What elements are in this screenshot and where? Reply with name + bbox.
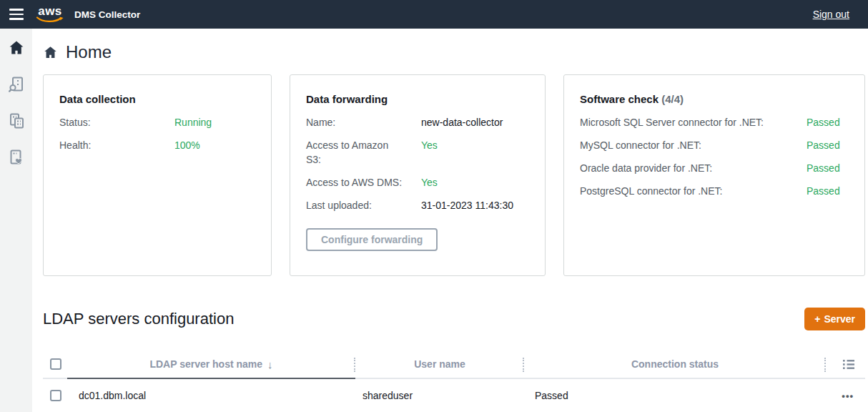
- page-title-text: Home: [66, 42, 112, 62]
- s3-access-label: Access to Amazon S3:: [306, 138, 405, 167]
- sidebar-item-collectors[interactable]: [7, 112, 26, 130]
- last-uploaded-row: Last uploaded: 31-01-2023 11:43:30: [306, 198, 529, 212]
- oracle-check-row: Oracle data provider for .NET: Passed: [580, 161, 849, 175]
- ldap-servers-table: LDAP server host name ↓ User name Connec…: [43, 350, 865, 412]
- data-forwarding-card: Data forwarding Name: new-data-collector…: [290, 74, 546, 276]
- software-check-card: Software check (4/4) Microsoft SQL Serve…: [563, 74, 865, 276]
- postgres-check-label: PostgreSQL connector for .NET:: [580, 184, 791, 198]
- mysql-check-value: Passed: [807, 138, 840, 152]
- oracle-check-label: Oracle data provider for .NET:: [580, 161, 791, 175]
- sidebar-item-home[interactable]: [7, 39, 26, 57]
- name-label: Name:: [306, 115, 405, 129]
- last-uploaded-label: Last uploaded:: [306, 198, 405, 212]
- sidebar-item-health[interactable]: [7, 148, 26, 167]
- mssql-check-value: Passed: [807, 115, 840, 129]
- aws-smile-icon: [36, 16, 64, 23]
- table-preferences-button[interactable]: [842, 358, 855, 371]
- aws-logo-text: aws: [38, 6, 62, 16]
- dms-access-value: Yes: [421, 175, 438, 190]
- health-label: Health:: [59, 138, 159, 152]
- health-row: Health: 100%: [59, 138, 255, 152]
- add-server-button-label: Server: [824, 313, 855, 325]
- cell-actions: •••: [826, 391, 865, 401]
- table-preferences-cell: [826, 350, 865, 379]
- s3-access-value: Yes: [421, 138, 438, 167]
- ldap-section-header: LDAP servers configuration +Server: [43, 308, 865, 330]
- column-header-user-name-label: User name: [414, 358, 465, 370]
- column-resize-handle[interactable]: [824, 358, 826, 372]
- table-row: dc01.dbm.local shareduser Passed •••: [43, 379, 865, 412]
- mssql-check-label: Microsoft SQL Server connector for .NET:: [580, 115, 791, 129]
- oracle-check-value: Passed: [807, 161, 840, 175]
- select-all-checkbox[interactable]: [50, 358, 61, 370]
- health-value: 100%: [174, 138, 200, 152]
- sidebar-item-data-discovery[interactable]: [7, 75, 26, 94]
- home-icon: [8, 39, 25, 57]
- home-breadcrumb-icon: [43, 45, 58, 60]
- name-row: Name: new-data-collector: [306, 115, 529, 129]
- postgres-check-row: PostgreSQL connector for .NET: Passed: [580, 184, 849, 198]
- top-navigation-bar: aws DMS Collector Sign out: [0, 0, 868, 29]
- sign-out-link[interactable]: Sign out: [813, 9, 849, 20]
- server-copy-icon: [8, 112, 25, 129]
- mysql-check-label: MySQL connector for .NET:: [580, 138, 791, 152]
- status-cards: Data collection Status: Running Health: …: [43, 74, 865, 276]
- table-header-row: LDAP server host name ↓ User name Connec…: [43, 350, 865, 379]
- status-row: Status: Running: [59, 115, 255, 129]
- sort-descending-icon: ↓: [267, 358, 273, 371]
- column-header-host-name-label: LDAP server host name: [149, 358, 262, 370]
- configure-forwarding-button[interactable]: Configure forwarding: [306, 228, 438, 251]
- mysql-check-row: MySQL connector for .NET: Passed: [580, 138, 849, 152]
- cell-host-name: dc01.dbm.local: [67, 390, 355, 401]
- s3-access-row: Access to Amazon S3: Yes: [306, 138, 529, 167]
- row-select-cell: [43, 379, 67, 412]
- row-actions-menu-icon[interactable]: •••: [842, 391, 854, 401]
- server-heart-icon: [8, 149, 25, 166]
- row-checkbox[interactable]: [50, 390, 61, 401]
- main-content: Home Data collection Status: Running Hea…: [32, 29, 868, 412]
- plus-icon: +: [814, 313, 820, 325]
- column-header-host-name[interactable]: LDAP server host name ↓: [67, 350, 355, 379]
- column-header-user-name[interactable]: User name: [355, 350, 524, 379]
- ldap-section-title: LDAP servers configuration: [43, 310, 234, 328]
- aws-logo: aws: [34, 6, 66, 23]
- software-check-title: Software check: [580, 93, 659, 105]
- name-value: new-data-collector: [421, 115, 503, 129]
- dms-access-row: Access to AWS DMS: Yes: [306, 175, 529, 190]
- card-title: Data collection: [59, 92, 255, 107]
- last-uploaded-value: 31-01-2023 11:43:30: [421, 198, 513, 212]
- data-collection-card: Data collection Status: Running Health: …: [43, 74, 272, 276]
- select-all-cell: [43, 350, 67, 379]
- status-value: Running: [174, 115, 212, 129]
- column-header-connection-status[interactable]: Connection status: [524, 350, 826, 379]
- dms-access-label: Access to AWS DMS:: [306, 175, 405, 190]
- menu-hamburger-icon[interactable]: [0, 0, 33, 29]
- card-title: Data forwarding: [306, 92, 529, 107]
- column-header-connection-status-label: Connection status: [631, 358, 719, 370]
- postgres-check-value: Passed: [807, 184, 840, 198]
- server-search-icon: [8, 76, 25, 93]
- sidebar: [0, 29, 32, 412]
- status-label: Status:: [59, 115, 159, 129]
- page-title: Home: [43, 41, 865, 63]
- software-check-count: (4/4): [661, 93, 684, 105]
- app-title: DMS Collector: [74, 9, 140, 20]
- cell-user-name: shareduser: [355, 390, 524, 401]
- add-server-button[interactable]: +Server: [804, 308, 865, 330]
- card-title: Software check (4/4): [580, 92, 849, 107]
- column-settings-icon: [842, 358, 855, 371]
- mssql-check-row: Microsoft SQL Server connector for .NET:…: [580, 115, 849, 129]
- cell-connection-status: Passed: [524, 390, 826, 401]
